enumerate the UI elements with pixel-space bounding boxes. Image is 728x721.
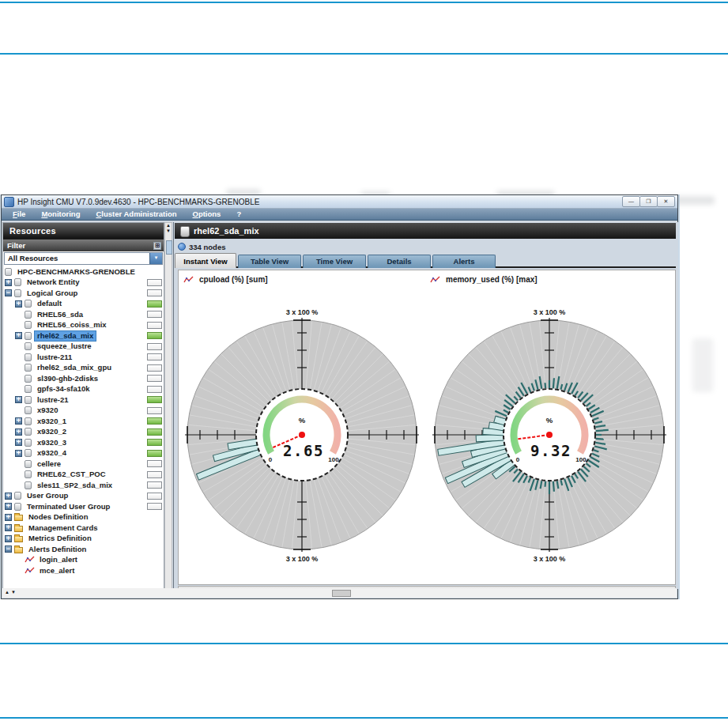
tree-item-lustre-21[interactable]: +lustre-21: [3, 394, 164, 406]
minimize-button[interactable]: —: [622, 196, 640, 207]
expand-toggle[interactable]: +: [5, 524, 12, 531]
tree-item-label: RHEL56_sda: [35, 310, 85, 319]
tree-item-sl390-ghb-2disks[interactable]: sl390-ghb-2disks: [3, 373, 164, 384]
tree-item-x9320-1[interactable]: +x9320_1: [3, 416, 164, 427]
filter-bar[interactable]: Filter ⊞: [3, 239, 164, 251]
expand-toggle[interactable]: +: [15, 417, 22, 425]
tree-item-login-alert[interactable]: login_alert: [3, 555, 164, 566]
splitter-down-icon[interactable]: ▼: [11, 590, 16, 595]
tree-item-label: Management Cards: [26, 523, 100, 533]
tree-item-mce-alert[interactable]: mce_alert: [3, 565, 164, 576]
tree-item-rhel56-coiss-mix[interactable]: RHEL56_coiss_mix: [3, 320, 164, 331]
menu-file[interactable]: File: [5, 209, 33, 220]
tree-item-label: rhel62_sda_mix: [35, 331, 96, 341]
status-badge: [147, 300, 162, 308]
expand-toggle[interactable]: +: [15, 300, 22, 308]
resource-filter-select[interactable]: All Resources ▼: [4, 252, 163, 265]
tab-details[interactable]: Details: [368, 255, 431, 268]
tree-item-network-entity[interactable]: +Network Entity: [3, 277, 164, 289]
tab-time-view[interactable]: Time View: [303, 255, 366, 268]
expand-toggle[interactable]: +: [15, 450, 22, 457]
expand-toggle[interactable]: +: [15, 332, 22, 339]
menu-help[interactable]: ?: [228, 209, 249, 220]
app-window: HP Insight CMU V7.0.9dev.4630 - HPC-BENC…: [1, 194, 678, 599]
tree-item-x9320[interactable]: x9320: [3, 406, 164, 417]
tree-item-sles11-sp2-sda-mix[interactable]: sles11_SP2_sda_mix: [3, 480, 164, 491]
tree-item-rhel62-cst-poc[interactable]: RHEL62_CST_POC: [3, 470, 164, 481]
group-icon: [25, 375, 32, 383]
tree-item-x9320-4[interactable]: +x9320_4: [3, 448, 164, 459]
title-bar[interactable]: HP Insight CMU V7.0.9dev.4630 - HPC-BENC…: [2, 195, 677, 209]
tree-item-label: x9320_2: [35, 427, 69, 436]
group-icon: [180, 226, 190, 237]
tree-item-rhel62-sda-mix[interactable]: +rhel62_sda_mix: [3, 330, 164, 342]
filter-expand-icon[interactable]: ⊞: [153, 242, 161, 250]
expand-toggle[interactable]: +: [5, 279, 12, 286]
horizontal-scrollbar-thumb[interactable]: [332, 590, 351, 597]
tree-item-label: RHEL62_CST_POC: [35, 470, 108, 479]
expand-toggle[interactable]: +: [5, 493, 12, 500]
expand-toggle[interactable]: −: [5, 289, 12, 296]
chevron-down-icon[interactable]: ▼: [149, 253, 162, 264]
tree-item-gpfs-34-sfa10k[interactable]: gpfs-34-sfa10k: [3, 384, 164, 395]
expand-toggle[interactable]: +: [15, 396, 22, 403]
tree-item-metrics-definition[interactable]: +Metrics Definition: [3, 534, 164, 545]
tree-item-logical-group[interactable]: −Logical Group: [3, 288, 164, 299]
scroll-down-icon[interactable]: ▼: [165, 228, 172, 234]
tree-item-rhel62-sda-mix-gpu[interactable]: rhel62_sda_mix_gpu: [3, 363, 164, 374]
tree-scrollbar[interactable]: ▲ ▼: [164, 222, 172, 589]
chart-title-text: memory_used (%) [max]: [446, 275, 538, 284]
close-button[interactable]: ✕: [657, 196, 675, 207]
tree-item-lustre-211[interactable]: lustre-211: [3, 352, 164, 363]
svg-text:2.65: 2.65: [283, 442, 324, 459]
group-icon: [25, 311, 32, 319]
tree-item-management-cards[interactable]: +Management Cards: [3, 523, 164, 534]
tree-item-label: Terminated User Group: [25, 502, 112, 511]
tree-item-x9320-3[interactable]: +x9320_3: [3, 437, 164, 448]
tree-item-alerts-definition[interactable]: −Alerts Definition: [3, 544, 164, 555]
expand-toggle[interactable]: +: [15, 428, 22, 436]
tab-alerts[interactable]: Alerts: [432, 255, 496, 268]
group-icon: [25, 481, 32, 489]
tab-instant-view[interactable]: Instant View: [175, 253, 236, 268]
tree-item-rhel56-sda[interactable]: RHEL56_sda: [3, 309, 164, 320]
maximize-button[interactable]: ❐: [639, 196, 658, 207]
filter-label: Filter: [7, 241, 25, 250]
tree-item-terminated-user-group[interactable]: +Terminated User Group: [3, 501, 164, 512]
expand-toggle[interactable]: −: [5, 545, 12, 553]
group-icon: [25, 417, 32, 425]
tab-table-view[interactable]: Table View: [238, 255, 301, 268]
tree-item-label: login_alert: [37, 555, 80, 564]
expand-toggle[interactable]: +: [5, 503, 12, 510]
expand-toggle[interactable]: +: [15, 439, 22, 446]
tree-item-cellere[interactable]: cellere: [3, 459, 164, 470]
menu-cluster-administration[interactable]: Cluster Administration: [88, 209, 184, 220]
splitter-up-icon[interactable]: ▲: [5, 590, 9, 595]
expand-toggle[interactable]: +: [5, 514, 12, 521]
tree-item-label: default: [35, 299, 64, 308]
chart-title-cpuload: cpuload (%) [sum]: [183, 275, 268, 284]
tree-item-user-group[interactable]: +User Group: [3, 491, 164, 502]
menu-options[interactable]: Options: [185, 209, 229, 220]
group-icon: [25, 342, 32, 350]
status-badge: [147, 417, 162, 425]
tree-item-squeeze-lustre[interactable]: squeeze_lustre: [3, 342, 164, 353]
tree-item-default[interactable]: +default: [3, 299, 164, 310]
scroll-up-icon[interactable]: ▲: [165, 223, 172, 228]
svg-text:%: %: [299, 416, 306, 425]
svg-text:0: 0: [269, 456, 273, 463]
tree-item-hpc-benchmarks-grenoble[interactable]: HPC-BENCHMARKS-GRENOBLE: [3, 266, 164, 277]
chart-title-memory: memory_used (%) [max]: [430, 275, 538, 284]
group-icon: [25, 396, 32, 404]
menu-monitoring[interactable]: Monitoring: [33, 209, 88, 220]
status-badge: [147, 353, 162, 360]
tree-item-x9320-2[interactable]: +x9320_2: [3, 427, 164, 438]
status-badge: [147, 481, 162, 489]
tree-item-nodes-definition[interactable]: +Nodes Definition: [3, 512, 164, 523]
folder-icon: [14, 536, 23, 542]
group-icon: [25, 470, 32, 478]
expand-toggle[interactable]: +: [5, 535, 12, 542]
window-title: HP Insight CMU V7.0.9dev.4630 - HPC-BENC…: [17, 198, 259, 206]
scrollbar-thumb[interactable]: [166, 240, 172, 255]
group-icon: [14, 503, 21, 511]
